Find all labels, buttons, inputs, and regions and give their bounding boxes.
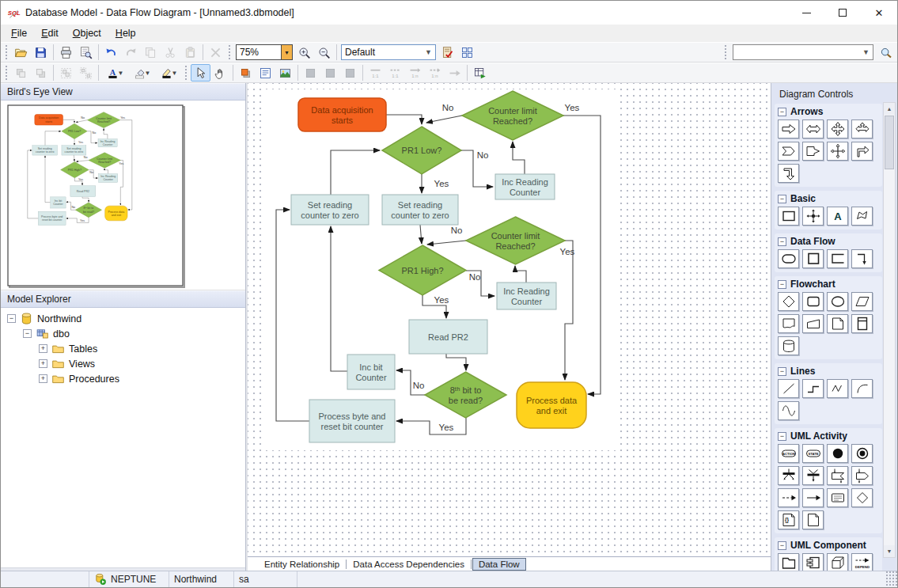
palette-elbow-arrow-tile[interactable] [851,249,873,268]
relation-1-n-button[interactable]: 1:n [405,64,425,82]
maximize-button[interactable] [824,1,861,25]
palette-arrow-both-tile[interactable] [802,119,824,138]
relation-1-1-button[interactable]: 1:1 [366,64,385,82]
palette-parallelogram-tile[interactable] [851,292,873,311]
undo-button[interactable] [101,44,121,61]
collapse-section-icon[interactable]: − [778,195,786,203]
palette-stadium-tile[interactable] [778,249,799,268]
palette-arrow-right-tile[interactable] [778,119,799,138]
collapse-icon[interactable]: − [7,314,16,323]
palette-datastore-tile[interactable] [827,249,848,268]
palette-arrow-cross-tile[interactable] [827,142,848,161]
align-left-button[interactable] [301,64,320,82]
palette-scrollbar[interactable]: ▲ ▼ [883,102,896,558]
palette-corner-arrow-up-tile[interactable] [851,142,873,161]
palette-arc-tile[interactable] [851,379,873,398]
zoom-level-input[interactable]: 75% [237,45,281,59]
menu-help[interactable]: Help [108,25,143,42]
collapse-section-icon[interactable]: − [778,280,786,289]
toolbar-grip[interactable] [5,65,9,81]
zoom-out-button[interactable] [314,44,334,61]
toolbar-grip[interactable] [5,44,9,60]
palette-rectangle-tile[interactable] [778,207,799,226]
birds-eye-view[interactable]: Data acquisitionstartsCounter limitReach… [1,101,245,290]
collapse-section-icon[interactable]: − [778,108,786,116]
font-color-button[interactable]: A▼ [101,64,128,82]
palette-page-fold-tile[interactable] [827,314,848,333]
menu-file[interactable]: File [4,25,34,42]
image-tool-button[interactable] [275,64,295,82]
fill-color-button[interactable]: ▼ [128,64,155,82]
close-button[interactable]: ✕ [861,1,897,25]
palette-callout-arrow-tile[interactable] [802,142,824,161]
palette-dashed-arrow-tile[interactable] [778,488,799,507]
palette-diamond-tile[interactable] [778,292,799,311]
collapse-icon[interactable]: − [23,329,32,338]
open-button[interactable] [11,44,31,61]
scroll-up-icon[interactable]: ▲ [884,103,895,115]
validate-button[interactable] [438,44,457,61]
align-center-button[interactable] [320,64,340,82]
palette-cylinder-tile[interactable] [778,336,799,355]
minimize-button[interactable] [788,1,824,25]
select-tool-button[interactable] [191,64,210,82]
align-right-button[interactable] [340,64,360,82]
palette-line-tile[interactable] [778,379,799,398]
palette-receive-signal-tile[interactable] [827,466,848,485]
print-button[interactable] [56,44,76,61]
palette-sine-tile[interactable] [778,401,799,420]
palette-component-tile[interactable] [802,553,824,571]
collapse-section-icon[interactable]: − [778,237,786,246]
table-export-button[interactable] [470,64,490,82]
scroll-down-icon[interactable]: ▼ [884,545,895,557]
tab-data-access-dependencies[interactable]: Data Access Dependencies [347,559,470,570]
palette-state-tile[interactable]: STATE [802,444,824,463]
diagram-canvas[interactable]: Data acquisitionstartsCounter limitReach… [248,83,771,571]
palette-solid-arrow-tile[interactable] [802,488,824,507]
palette-code-note-tile[interactable]: {} [778,510,799,529]
save-button[interactable] [31,44,51,61]
expand-icon[interactable]: + [39,344,47,353]
palette-final-node-tile[interactable] [851,444,873,463]
tab-entity-relationship[interactable]: Entity Relationship [259,559,345,570]
palette-fork-in-tile[interactable] [802,466,824,485]
send-backward-button[interactable] [11,64,31,82]
palette-fork-out-tile[interactable] [778,466,799,485]
cut-button[interactable] [161,44,180,61]
toolbar-grip[interactable] [724,44,728,60]
collapse-section-icon[interactable]: − [778,541,786,550]
zoom-in-button[interactable] [294,44,314,61]
zoom-dropdown-button[interactable]: ▼ [281,45,292,59]
relation-1-1-alt-button[interactable]: 1:1 [385,64,405,82]
palette-square-tile[interactable] [802,249,824,268]
palette-step-line-tile[interactable] [802,379,824,398]
palette-note-tile[interactable] [827,488,848,507]
pan-tool-button[interactable] [210,64,230,82]
copy-button[interactable] [141,44,161,61]
palette-ellipse-tile[interactable] [827,292,848,311]
palette-internal-storage-tile[interactable] [851,314,873,333]
line-color-button[interactable]: ▼ [155,64,182,82]
palette-corner-arrow-down-tile[interactable] [778,164,799,183]
expand-icon[interactable]: + [39,359,47,368]
palette-decision-tile[interactable] [851,488,873,507]
palette-trapezoid-tile[interactable] [802,314,824,333]
tab-data-flow[interactable]: Data Flow [472,558,526,571]
search-combo[interactable]: ▼ [733,44,873,60]
palette-zigzag-tile[interactable] [827,379,848,398]
redo-button[interactable] [121,44,141,61]
palette-rounded-rect-tile[interactable] [802,292,824,311]
palette-point-tile[interactable] [802,207,824,226]
shape-tool-button[interactable] [236,64,256,82]
ungroup-button[interactable] [76,64,96,82]
palette-text-tile[interactable]: A [827,207,848,226]
tree-item-dbo[interactable]: −dbo [1,326,245,341]
toolbar-grip[interactable] [228,44,232,60]
tree-item-northwind[interactable]: −Northwind [1,311,245,326]
textbox-tool-button[interactable] [256,64,275,82]
data-flow-diagram[interactable]: Data acquisitionstartsCounter limitReach… [262,89,618,450]
collapse-section-icon[interactable]: − [778,432,786,441]
palette-arrow-4way-tile[interactable] [827,119,848,138]
palette-action-tile[interactable]: ACTION [778,444,799,463]
arrange-button[interactable] [457,44,477,61]
